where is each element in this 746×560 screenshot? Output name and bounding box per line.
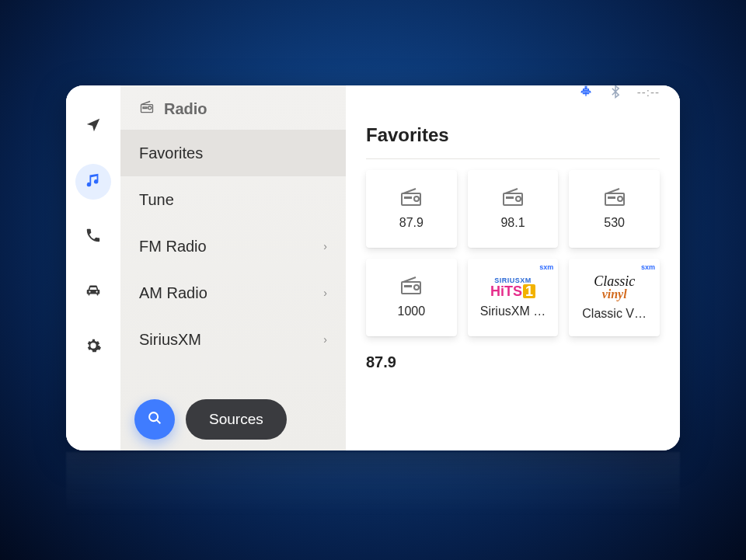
menu-item-label: SiriusXM	[139, 331, 201, 349]
svg-rect-4	[404, 197, 412, 199]
content-title: Favorites	[366, 124, 449, 146]
nav-phone[interactable]	[75, 219, 111, 255]
menu-item-am-radio[interactable]: AM Radio ›	[120, 270, 346, 316]
radio-icon	[400, 277, 422, 298]
svg-rect-12	[608, 197, 615, 199]
svg-rect-6	[504, 193, 522, 205]
menu-item-fm-radio[interactable]: FM Radio ›	[120, 223, 346, 270]
now-playing-label: 87.9	[366, 353, 660, 371]
bluetooth-icon[interactable]	[608, 85, 623, 99]
favorite-card[interactable]: 98.1	[468, 170, 559, 248]
header-icons: --:--	[578, 85, 660, 99]
gear-icon	[85, 337, 102, 357]
menu-item-label: Favorites	[139, 144, 203, 162]
radio-icon	[604, 188, 626, 210]
svg-rect-8	[506, 197, 514, 199]
sxm-badge-icon: sxm	[539, 263, 553, 271]
favorite-label: Classic V…	[582, 307, 647, 321]
sxm-badge-icon: sxm	[641, 263, 655, 271]
phone-icon	[85, 227, 102, 247]
menu-item-tune[interactable]: Tune	[120, 176, 346, 223]
chevron-right-icon: ›	[323, 333, 327, 346]
classic-vinyl-logo: Classic vinyl	[594, 274, 635, 301]
svg-point-17	[414, 285, 419, 290]
favorite-card[interactable]: sxm Classic vinyl Classic V…	[569, 259, 660, 336]
siriusxm-hits1-logo: SIRIUSXM HiTS1	[490, 277, 535, 298]
sources-button-label: Sources	[209, 411, 263, 428]
favorite-label: SiriusXM …	[480, 304, 546, 318]
svg-point-13	[618, 197, 622, 201]
svg-point-0	[149, 412, 158, 421]
favorite-label: 530	[604, 216, 625, 230]
nav-settings[interactable]	[75, 329, 111, 365]
svg-rect-16	[404, 285, 412, 287]
menu-footer: Sources	[120, 390, 346, 450]
menu-item-label: FM Radio	[139, 238, 207, 256]
svg-rect-2	[402, 193, 420, 205]
music-note-icon	[85, 172, 102, 192]
sources-button[interactable]: Sources	[186, 399, 287, 440]
nav-vehicle[interactable]	[75, 274, 111, 310]
svg-point-9	[516, 197, 521, 201]
radio-icon	[400, 188, 422, 210]
svg-point-5	[414, 197, 419, 201]
satellite-icon[interactable]	[578, 85, 594, 99]
svg-rect-14	[402, 282, 420, 294]
search-icon	[146, 409, 163, 430]
nav-navigation[interactable]	[75, 109, 111, 144]
menu-item-favorites[interactable]: Favorites	[120, 130, 346, 176]
chevron-right-icon: ›	[323, 240, 327, 252]
chevron-right-icon: ›	[323, 287, 327, 299]
favorite-card[interactable]: sxm SIRIUSXM HiTS1 SiriusXM …	[468, 259, 559, 336]
favorite-label: 87.9	[399, 216, 424, 230]
navigation-arrow-icon	[85, 117, 102, 137]
menu-item-siriusxm[interactable]: SiriusXM ›	[120, 316, 346, 363]
favorites-grid: 87.9 98.1 530 1000	[366, 170, 660, 336]
panel-reflection	[66, 452, 680, 545]
nav-rail	[66, 85, 120, 450]
divider	[366, 158, 660, 159]
car-icon	[85, 282, 102, 302]
menu-list: Favorites Tune FM Radio › AM Radio › Sir…	[120, 130, 346, 390]
favorite-card[interactable]: 530	[569, 170, 660, 248]
menu-column: Radio Favorites Tune FM Radio › AM Radio…	[120, 85, 346, 450]
favorite-label: 1000	[398, 304, 426, 318]
favorite-label: 98.1	[500, 216, 525, 230]
content-area: --:-- Favorites 87.9 98.1	[346, 85, 680, 450]
menu-item-label: AM Radio	[139, 284, 207, 302]
svg-rect-10	[605, 193, 624, 205]
clock-display: --:--	[637, 85, 660, 99]
infotainment-panel: Radio Favorites Tune FM Radio › AM Radio…	[66, 85, 680, 450]
radio-icon	[502, 188, 524, 210]
favorite-card[interactable]: 1000	[366, 259, 457, 336]
menu-header-label: Radio	[164, 100, 207, 118]
menu-item-label: Tune	[139, 191, 174, 209]
radio-icon	[139, 99, 155, 119]
favorite-card[interactable]: 87.9	[366, 170, 457, 248]
nav-media[interactable]	[75, 164, 111, 200]
svg-line-1	[157, 420, 161, 424]
search-button[interactable]	[134, 399, 175, 440]
menu-header: Radio	[120, 85, 346, 130]
